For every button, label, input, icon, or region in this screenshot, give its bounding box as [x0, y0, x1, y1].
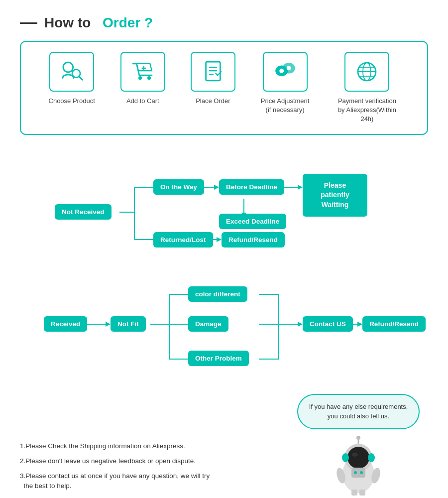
step-icon-payment-verification — [344, 52, 389, 92]
step-add-to-cart: Add to Cart — [120, 52, 165, 106]
node-damage: Damage — [188, 316, 228, 332]
bottom-section: 1.Please Check the Shipping information … — [0, 384, 448, 498]
node-received: Received — [44, 316, 87, 332]
speech-bubble: If you have any else requirements, you c… — [297, 394, 420, 429]
svg-marker-24 — [106, 322, 111, 327]
step-icon-add-to-cart — [120, 52, 165, 92]
svg-point-50 — [354, 471, 357, 474]
node-color-different: color different — [188, 286, 247, 302]
svg-point-3 — [147, 76, 151, 80]
order-steps-box: Choose Product Add to Cart — [20, 41, 428, 135]
title-prefix: How to — [44, 15, 91, 31]
note-1: 1.Please Check the Shipping information … — [20, 441, 279, 451]
node-refund-resend-2: Refund/Resend — [362, 316, 426, 332]
flow2-container: Received Not Fit color different Damage … — [25, 269, 433, 379]
svg-point-47 — [342, 453, 349, 462]
flow-diagrams-section: Not Received On the Way Before Deadline … — [0, 145, 448, 384]
svg-rect-49 — [351, 468, 365, 478]
node-other-problem: Other Problem — [188, 351, 249, 366]
svg-marker-38 — [357, 322, 362, 327]
svg-marker-20 — [298, 185, 303, 190]
svg-point-48 — [368, 453, 375, 462]
svg-marker-22 — [217, 237, 222, 242]
step-label-add-to-cart: Add to Cart — [126, 97, 159, 106]
svg-rect-53 — [359, 490, 365, 496]
section-title: How to Order ? — [20, 15, 428, 31]
svg-marker-16 — [214, 185, 219, 190]
step-choose-product: Choose Product — [49, 52, 95, 106]
step-icon-place-order — [191, 52, 235, 92]
node-not-received: Not Received — [55, 204, 112, 220]
node-please-wait: Please patientlyWaitting — [303, 174, 367, 217]
step-label-payment-verification: Payment verificationby Aliexpress(Within… — [335, 97, 399, 124]
node-exceed-deadline: Exceed Deadline — [219, 214, 286, 229]
step-icon-price-adjustment — [263, 52, 308, 92]
robot-area: If you have any else requirements, you c… — [289, 394, 428, 497]
svg-point-41 — [347, 447, 369, 469]
svg-rect-52 — [351, 490, 357, 496]
svg-point-8 — [286, 66, 291, 70]
svg-point-51 — [360, 471, 363, 474]
node-on-the-way: On the Way — [153, 179, 204, 195]
svg-point-2 — [138, 76, 142, 80]
step-icon-choose-product — [49, 52, 94, 92]
title-highlight: Order ? — [103, 15, 153, 31]
robot-illustration — [329, 432, 388, 497]
step-label-price-adjustment: Price Adjustment(if necessary) — [261, 97, 310, 115]
notes-area: 1.Please Check the Shipping information … — [20, 441, 279, 497]
svg-marker-36 — [298, 322, 303, 327]
title-line — [20, 22, 37, 24]
node-not-fit: Not Fit — [111, 316, 146, 332]
node-refund-resend-1: Refund/Resend — [222, 232, 285, 248]
how-to-order-section: How to Order ? Choose Product — [0, 0, 448, 145]
step-place-order: Place Order — [191, 52, 235, 106]
node-before-deadline: Before Deadline — [219, 179, 284, 195]
step-payment-verification: Payment verificationby Aliexpress(Within… — [335, 52, 399, 124]
step-label-choose-product: Choose Product — [49, 97, 95, 106]
node-contact-us: Contact US — [303, 316, 353, 332]
svg-point-0 — [63, 62, 73, 72]
step-price-adjustment: Price Adjustment(if necessary) — [261, 52, 310, 115]
note-3: 3.Please contact us at once if you have … — [20, 471, 279, 492]
svg-point-7 — [279, 69, 284, 73]
svg-point-42 — [352, 453, 358, 457]
svg-point-44 — [356, 436, 360, 440]
flow1-container: Not Received On the Way Before Deadline … — [25, 155, 433, 269]
step-label-place-order: Place Order — [196, 97, 230, 106]
note-2: 2.Please don't leave us negative feedbac… — [20, 456, 279, 466]
node-returned-lost: Returned/Lost — [153, 232, 213, 248]
